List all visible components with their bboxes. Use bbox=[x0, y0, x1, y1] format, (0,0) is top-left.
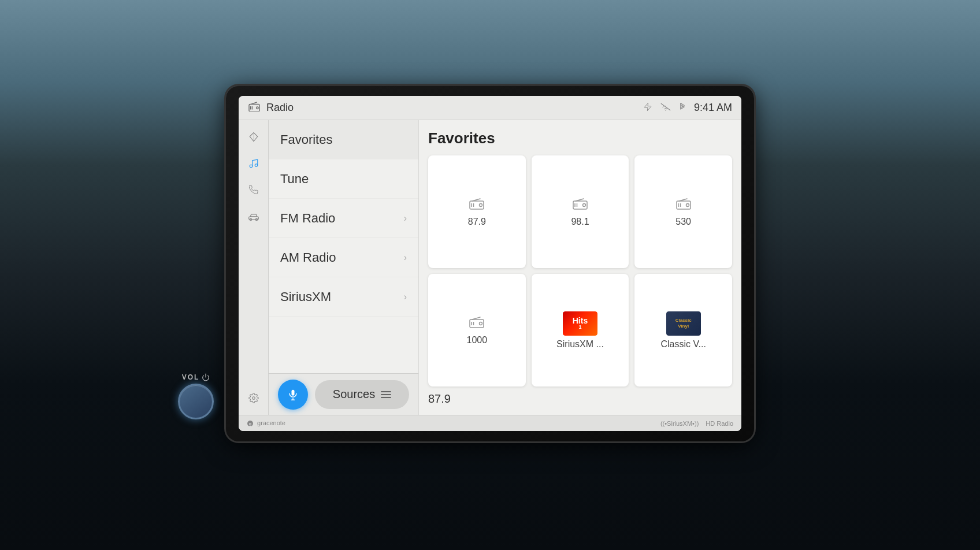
sources-button[interactable]: Sources bbox=[315, 380, 409, 409]
nav-car[interactable] bbox=[242, 205, 266, 229]
tile-label-1000: 1000 bbox=[467, 335, 488, 345]
favorite-tile-530[interactable]: 530 bbox=[634, 155, 732, 268]
menu-panel: Favorites Tune FM Radio › AM Radio › bbox=[269, 120, 419, 415]
svg-point-25 bbox=[686, 203, 689, 206]
radio-tile-icon-2 bbox=[573, 197, 588, 213]
svg-text:g: g bbox=[249, 422, 251, 426]
footer-right: ((•SiriusXM•)) HD Radio bbox=[660, 420, 733, 427]
menu-item-am-radio[interactable]: AM Radio › bbox=[269, 238, 418, 277]
menu-item-tune[interactable]: Tune bbox=[269, 159, 418, 199]
infotainment-screen: Radio bbox=[239, 96, 741, 431]
sources-label: Sources bbox=[333, 388, 375, 401]
menu-fm-label: FM Radio bbox=[280, 211, 335, 226]
top-bar-right: 9:41 AM bbox=[643, 102, 732, 114]
radio-tile-icon-4 bbox=[469, 315, 484, 332]
nav-phone[interactable] bbox=[242, 178, 266, 202]
vol-label-area: VOL bbox=[182, 373, 210, 381]
radio-tile-icon-1 bbox=[469, 197, 484, 213]
siriusxm-arrow-icon: › bbox=[404, 292, 407, 302]
tile-label-siriusxm: SiriusXM ... bbox=[556, 339, 604, 350]
menu-item-fm-radio[interactable]: FM Radio › bbox=[269, 199, 418, 238]
siriusxm-hits-logo: Hits 1 bbox=[563, 311, 597, 336]
menu-tune-label: Tune bbox=[280, 172, 309, 187]
nav-settings[interactable] bbox=[242, 386, 266, 410]
radio-source-icon bbox=[248, 101, 261, 114]
siriusxm-footer-label: ((•SiriusXM•)) bbox=[660, 420, 699, 427]
menu-favorites-label: Favorites bbox=[280, 132, 332, 147]
hd-radio-label: HD Radio bbox=[706, 420, 733, 427]
favorite-tile-981[interactable]: 98.1 bbox=[532, 155, 629, 268]
favorite-tile-1000[interactable]: 1000 bbox=[428, 274, 526, 387]
screen-title: Radio bbox=[266, 102, 294, 114]
top-bar: Radio bbox=[239, 96, 741, 120]
vol-text: VOL bbox=[182, 373, 200, 381]
sidebar-nav bbox=[239, 120, 269, 415]
no-signal-icon bbox=[660, 103, 671, 113]
bottom-bar: Sources bbox=[269, 373, 418, 415]
car-interior: Radio bbox=[0, 0, 980, 550]
nav-music[interactable] bbox=[242, 151, 266, 176]
svg-point-7 bbox=[250, 165, 253, 168]
gracenote-label: g gracenote bbox=[247, 419, 285, 427]
bluetooth-icon bbox=[679, 102, 686, 113]
menu-am-label: AM Radio bbox=[280, 250, 336, 265]
classic-vinyl-logo: ClassicVinyl bbox=[666, 311, 701, 336]
now-playing: 87.9 bbox=[428, 392, 732, 406]
svg-point-1 bbox=[257, 107, 259, 109]
vol-knob[interactable] bbox=[178, 384, 214, 419]
tile-label-879: 87.9 bbox=[468, 217, 486, 227]
microphone-button[interactable] bbox=[278, 380, 308, 410]
svg-point-8 bbox=[255, 164, 258, 167]
screen-container: Radio bbox=[239, 96, 741, 431]
power-icon bbox=[202, 373, 210, 381]
favorite-tile-879[interactable]: 87.9 bbox=[428, 155, 526, 268]
svg-point-17 bbox=[480, 203, 482, 206]
tile-label-classic-vinyl: Classic V... bbox=[660, 339, 706, 350]
favorites-grid: 87.9 bbox=[428, 155, 732, 387]
radio-tile-icon-3 bbox=[676, 197, 691, 213]
fm-arrow-icon: › bbox=[404, 213, 407, 224]
menu-items-list: Favorites Tune FM Radio › AM Radio › bbox=[269, 120, 418, 373]
wireless-charging-icon bbox=[643, 102, 652, 113]
favorite-tile-siriusxm[interactable]: Hits 1 SiriusXM ... bbox=[532, 274, 629, 387]
main-content: Favorites Tune FM Radio › AM Radio › bbox=[239, 120, 741, 415]
menu-siriusxm-label: SiriusXM bbox=[280, 289, 331, 304]
sources-menu-icon bbox=[381, 391, 391, 398]
content-title: Favorites bbox=[428, 129, 732, 147]
menu-item-favorites[interactable]: Favorites bbox=[269, 120, 418, 159]
svg-point-12 bbox=[252, 397, 255, 400]
content-panel: Favorites bbox=[419, 120, 741, 415]
tile-label-981: 98.1 bbox=[571, 217, 589, 227]
svg-point-29 bbox=[480, 322, 482, 325]
favorite-tile-classic-vinyl[interactable]: ClassicVinyl Classic V... bbox=[634, 274, 732, 387]
clock: 9:41 AM bbox=[694, 102, 732, 114]
top-bar-left: Radio bbox=[248, 101, 643, 114]
am-arrow-icon: › bbox=[404, 252, 407, 263]
nav-navigate[interactable] bbox=[242, 125, 266, 149]
svg-point-21 bbox=[582, 203, 585, 206]
menu-item-siriusxm[interactable]: SiriusXM › bbox=[269, 277, 418, 317]
screen-footer: g gracenote ((•SiriusXM•)) HD Radio bbox=[239, 415, 741, 431]
tile-label-530: 530 bbox=[675, 217, 691, 227]
vol-area: VOL bbox=[178, 373, 214, 419]
svg-point-4 bbox=[665, 110, 666, 111]
svg-rect-13 bbox=[292, 389, 295, 395]
